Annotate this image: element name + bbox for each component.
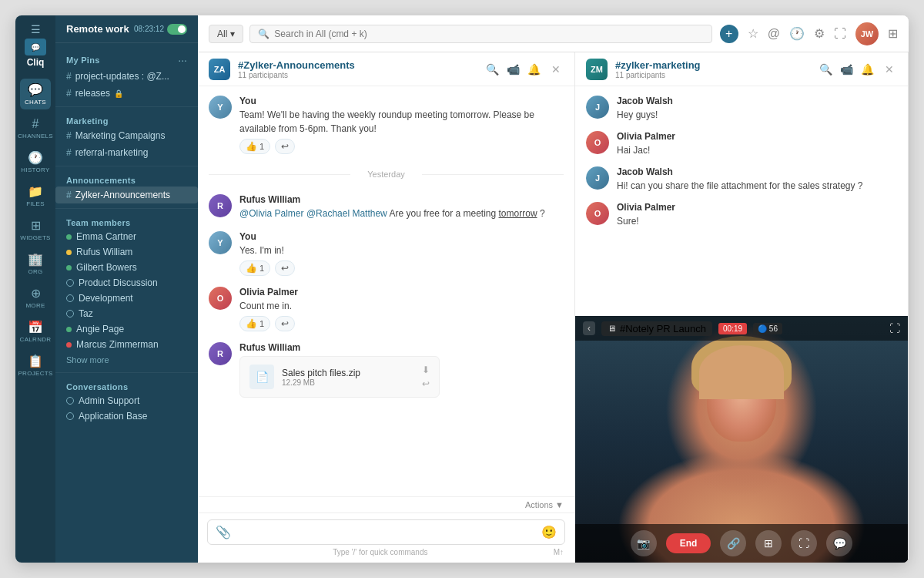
- convo-label: Admin Support: [79, 395, 139, 406]
- message-sender: Jacob Walsh: [617, 96, 897, 106]
- divider: [55, 208, 198, 209]
- channel-avatar-left: ZA: [209, 59, 230, 80]
- expand-icon[interactable]: ⛶: [834, 27, 846, 41]
- member-marcus[interactable]: Marcus Zimmerman: [55, 337, 198, 352]
- chats-icon: 💬: [28, 82, 43, 97]
- close-right-panel-button[interactable]: ✕: [882, 62, 897, 77]
- input-area-left: 📎 🙂 Type '/' for quick commands M↑: [198, 512, 574, 563]
- pins-more[interactable]: ···: [178, 54, 187, 66]
- channel-referral-marketing[interactable]: # referral-marketing: [55, 144, 198, 161]
- message-row: Y You Yes. I'm in! 👍 1 ↩: [209, 231, 564, 276]
- shortcut-label: M↑: [554, 548, 565, 556]
- message-row: R Rufus William @Olivia Palmer @Rachael …: [209, 194, 564, 220]
- nav-calendar[interactable]: 📅 CALRNDR: [20, 316, 51, 347]
- download-icon[interactable]: ⬇: [422, 365, 430, 375]
- fullscreen-button[interactable]: ⛶: [791, 530, 817, 556]
- channel-zylker-announcements[interactable]: # Zylker-Announcements: [55, 187, 198, 203]
- org-icon: 🏢: [28, 252, 43, 267]
- nav-more[interactable]: ⊕ MORE: [20, 282, 51, 313]
- bell-right-icon[interactable]: 🔔: [861, 63, 874, 76]
- conversation-admin-support[interactable]: Admin Support: [55, 393, 198, 408]
- actions-bar: Actions ▼: [198, 496, 574, 512]
- grid-menu-icon[interactable]: ⊞: [888, 26, 898, 41]
- search-right-icon[interactable]: 🔍: [819, 63, 832, 76]
- chat-header-actions-right: 🔍 📹 🔔 ✕: [819, 62, 897, 77]
- reaction-button[interactable]: 👍 1: [239, 316, 270, 331]
- status-toggle[interactable]: [167, 24, 187, 35]
- actions-label[interactable]: Actions ▼: [525, 500, 564, 509]
- search-chat-icon[interactable]: 🔍: [486, 63, 499, 76]
- search-input[interactable]: [274, 29, 703, 39]
- nav-widgets[interactable]: ⊞ WIDGETS: [20, 214, 51, 245]
- app-name: Cliq: [27, 57, 45, 68]
- member-angie[interactable]: Angie Page: [55, 321, 198, 337]
- star-icon[interactable]: ☆: [748, 26, 758, 41]
- nav-projects[interactable]: 📋 PROJECTS: [20, 350, 51, 381]
- attach-icon[interactable]: 📎: [216, 525, 231, 539]
- nav-org[interactable]: 🏢 ORG: [20, 248, 51, 279]
- clock-icon[interactable]: 🕐: [789, 26, 805, 41]
- at-icon[interactable]: @: [768, 27, 780, 41]
- chats-label: CHATS: [25, 99, 46, 106]
- pin-project-updates[interactable]: # project-updates : @Z...: [55, 68, 198, 85]
- group-name: Development: [79, 293, 133, 304]
- message-row: O Olivia Palmer Count me in. 👍 1 ↩: [209, 287, 564, 331]
- user-avatar[interactable]: JW: [855, 22, 879, 45]
- reaction-button[interactable]: 👍 1: [239, 260, 270, 276]
- member-name: Marcus Zimmerman: [76, 339, 159, 350]
- group-taz[interactable]: Taz: [55, 306, 198, 321]
- avatar: R: [209, 194, 232, 217]
- video-right-icon[interactable]: 📹: [840, 63, 853, 76]
- end-call-button[interactable]: End: [666, 533, 711, 553]
- video-icon[interactable]: 📹: [507, 63, 520, 76]
- reaction-button[interactable]: 👍 1: [239, 139, 270, 154]
- avatar: Y: [209, 231, 232, 254]
- channel-label: referral-marketing: [75, 147, 149, 158]
- camera-toggle-button[interactable]: 📷: [631, 530, 657, 556]
- reaction-reply-button[interactable]: ↩: [275, 139, 295, 154]
- avatar: J: [586, 166, 609, 190]
- layout-icon: ⊞: [764, 537, 773, 549]
- hamburger-icon[interactable]: ☰: [31, 23, 41, 35]
- group-product-discussion[interactable]: Product Discussion: [55, 275, 198, 291]
- message-content: Rufus William @Olivia Palmer @Rachael Ma…: [239, 194, 564, 220]
- main-area: All ▾ 🔍 + ☆ @ 🕐 ⚙ ⛶ JW ⊞: [198, 15, 909, 563]
- channel-marketing-campaigns[interactable]: # Marketing Campaigns: [55, 127, 198, 144]
- conversations-title: Conversations: [66, 382, 128, 391]
- message-input[interactable]: [237, 527, 535, 538]
- member-gilbert[interactable]: Gilbert Bowers: [55, 260, 198, 275]
- projects-label: PROJECTS: [18, 370, 52, 377]
- nav-channels[interactable]: # CHANNELS: [20, 113, 51, 143]
- link-button[interactable]: 🔗: [720, 530, 746, 556]
- file-name: Sales pitch files.zip: [282, 368, 414, 378]
- reaction-reply-button[interactable]: ↩: [275, 260, 295, 276]
- close-left-panel-button[interactable]: ✕: [548, 62, 564, 77]
- nav-chats[interactable]: 💬 CHATS: [20, 79, 51, 109]
- video-controls: 📷 End 🔗 ⊞ ⛶: [575, 524, 908, 563]
- search-scope-button[interactable]: All ▾: [209, 25, 243, 43]
- mention: @Olivia Palmer: [239, 208, 304, 219]
- app-container: ☰ 💬 Cliq 💬 CHATS # CHANNELS 🕐 HISTORY 📁 …: [15, 15, 909, 563]
- group-development[interactable]: Development: [55, 291, 198, 306]
- nav-files[interactable]: 📁 FILES: [20, 180, 51, 211]
- bell-icon[interactable]: 🔔: [527, 63, 541, 76]
- nav-history[interactable]: 🕐 HISTORY: [20, 146, 51, 177]
- reaction-reply-button[interactable]: ↩: [275, 316, 295, 331]
- channel-avatar-initials-right: ZM: [591, 65, 603, 74]
- add-button[interactable]: +: [720, 25, 738, 43]
- member-emma[interactable]: Emma Cartner: [55, 229, 198, 244]
- member-rufus[interactable]: Rufus William: [55, 244, 198, 260]
- chat-panel-right: ZM #zylker-marketing 11 participants 🔍 📹…: [575, 52, 909, 563]
- emoji-icon[interactable]: 🙂: [541, 525, 557, 539]
- show-more[interactable]: Show more: [55, 352, 198, 368]
- hash-icon: #: [66, 71, 72, 82]
- workspace-header: Remote work 08:23:12: [55, 15, 198, 43]
- chat-in-call-button[interactable]: 💬: [826, 530, 852, 556]
- layout-button[interactable]: ⊞: [755, 530, 782, 556]
- expand-call-button[interactable]: ⛶: [889, 322, 900, 334]
- settings-icon[interactable]: ⚙: [814, 26, 825, 41]
- call-back-button[interactable]: ‹: [583, 321, 595, 335]
- pin-releases[interactable]: # releases 🔒: [55, 85, 198, 102]
- conversation-application-base[interactable]: Application Base: [55, 408, 198, 424]
- forward-icon[interactable]: ↩: [422, 378, 430, 389]
